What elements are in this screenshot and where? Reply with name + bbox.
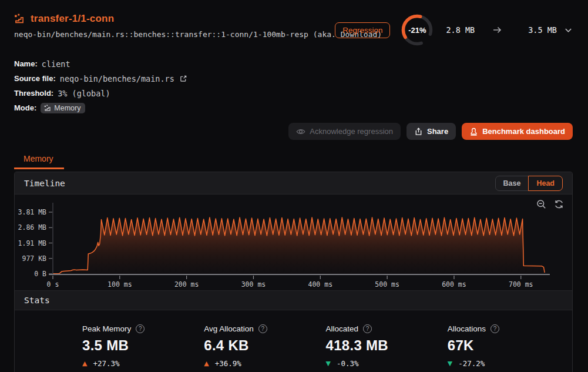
tab-bar: Memory [14,149,573,169]
stat-value: 67K [448,337,537,354]
timeline-header: Timeline Base Head [15,172,572,195]
svg-text:1.91 MB: 1.91 MB [18,239,47,247]
stat-delta-value: -27.2% [458,359,485,368]
memory-timeline-plot[interactable]: 3.81 MB2.86 MB1.91 MB977 KB0 B0 s100 ms2… [15,195,572,290]
trend-down-icon: ▼ [326,360,331,367]
stat-value: 418.3 MB [326,337,415,354]
stat-delta-value: +27.3% [93,359,119,368]
share-button[interactable]: Share [406,123,456,140]
header-metrics: Regression -21% 2.8 MB 3.5 MB [335,13,573,47]
results-card: Timeline Base Head [14,172,573,372]
mode-memory-badge: Memory [41,103,85,113]
stat-label: Allocated [326,324,359,333]
stat-label: Avg Allocation [204,324,254,333]
mode-label: Mode: [14,103,36,112]
zoom-out-icon[interactable] [536,199,546,209]
source-file-value[interactable]: neqo-bin/benches/main.rs [60,74,174,83]
help-icon[interactable]: ? [136,324,145,333]
stat-allocations: Allocations ? 67K ▼ -27.2% [415,324,537,368]
trend-up-icon: ▲ [204,360,209,367]
svg-text:0 B: 0 B [34,270,46,278]
regression-gauge: -21% [400,13,434,47]
acknowledge-regression-button[interactable]: Acknowledge regression [288,123,401,140]
svg-text:400 ms: 400 ms [308,280,333,289]
meta-row-source: Source file: neqo-bin/benches/main.rs [14,71,573,86]
stat-delta-value: -0.3% [337,359,359,368]
chart-tools [536,199,564,209]
source-file-label: Source file: [14,74,56,83]
arrow-right-icon [492,25,502,35]
benchmark-dashboard-button[interactable]: Benchmark dashboard [462,123,573,140]
name-label: Name: [14,59,38,68]
external-link-icon[interactable] [180,75,187,82]
svg-text:2.86 MB: 2.86 MB [18,223,47,232]
toggle-base-button[interactable]: Base [495,176,529,191]
stat-delta-value: +36.9% [215,359,241,368]
timeline-title: Timeline [24,179,65,188]
tab-memory[interactable]: Memory [14,149,64,169]
stats-header: Stats [15,290,572,310]
actions-row: Acknowledge regression Share Benchmark d… [14,123,573,140]
svg-text:300 ms: 300 ms [241,280,266,289]
page-title: transfer-1/1-conn [31,13,114,25]
meta-row-mode: Mode: Memory [14,100,573,115]
stat-value: 6.4 KB [204,337,293,354]
header: transfer-1/1-conn neqo-bin/benches/main.… [14,8,573,39]
help-icon[interactable]: ? [363,324,372,333]
meta-section: Name: client Source file: neqo-bin/bench… [14,56,573,115]
stats-title: Stats [24,296,50,305]
meta-row-threshold: Threshold: 3% (global) [14,86,573,100]
stat-value: 3.5 MB [82,337,172,354]
name-value: client [42,59,70,69]
stat-avg-allocation: Avg Allocation ? 6.4 KB ▲ +36.9% [172,324,293,368]
base-metric-value: 2.8 MB [446,25,475,35]
svg-text:0 s: 0 s [47,280,59,289]
toggle-head-label: Head [536,179,555,187]
stamp-icon [469,127,478,136]
toggle-base-label: Base [503,179,521,187]
threshold-label: Threshold: [14,89,53,98]
bench-icon [14,14,25,24]
svg-text:700 ms: 700 ms [509,280,533,289]
eye-icon [296,127,305,136]
share-icon [414,127,423,136]
svg-text:3.81 MB: 3.81 MB [18,208,47,216]
trend-down-icon: ▼ [448,360,452,367]
help-icon[interactable]: ? [490,324,499,333]
benchmark-dashboard-label: Benchmark dashboard [482,127,565,136]
mode-badge-label: Memory [54,104,80,112]
refresh-icon[interactable] [554,199,564,209]
memory-mode-icon [44,105,51,112]
head-metric-value: 3.5 MB [528,25,557,35]
stat-allocated: Allocated ? 418.3 MB ▼ -0.3% [294,324,415,368]
help-icon[interactable]: ? [258,324,267,333]
stat-label: Peak Memory [82,324,131,333]
svg-text:100 ms: 100 ms [107,280,132,289]
chevron-down-icon[interactable] [564,26,573,35]
benchmark-detail-page: transfer-1/1-conn neqo-bin/benches/main.… [0,0,588,372]
meta-row-name: Name: client [14,56,573,71]
threshold-value: 3% (global) [58,89,110,98]
timeline-chart[interactable]: 3.81 MB2.86 MB1.91 MB977 KB0 B0 s100 ms2… [15,195,572,290]
toggle-head-button[interactable]: Head [528,176,563,191]
svg-text:200 ms: 200 ms [174,280,199,289]
acknowledge-label: Acknowledge regression [310,127,393,136]
svg-text:500 ms: 500 ms [375,280,399,289]
base-head-toggle: Base Head [495,176,563,191]
regression-badge: Regression [335,22,390,38]
share-label: Share [427,127,448,136]
tab-memory-label: Memory [23,154,53,163]
gauge-percent: -21% [400,13,434,47]
svg-text:600 ms: 600 ms [442,280,466,289]
trend-up-icon: ▲ [82,360,87,367]
stat-label: Allocations [448,324,486,333]
stats-body: Peak Memory ? 3.5 MB ▲ +27.3% Avg Alloca… [15,310,572,372]
svg-text:977 KB: 977 KB [22,254,46,263]
stat-peak-memory: Peak Memory ? 3.5 MB ▲ +27.3% [50,324,172,368]
